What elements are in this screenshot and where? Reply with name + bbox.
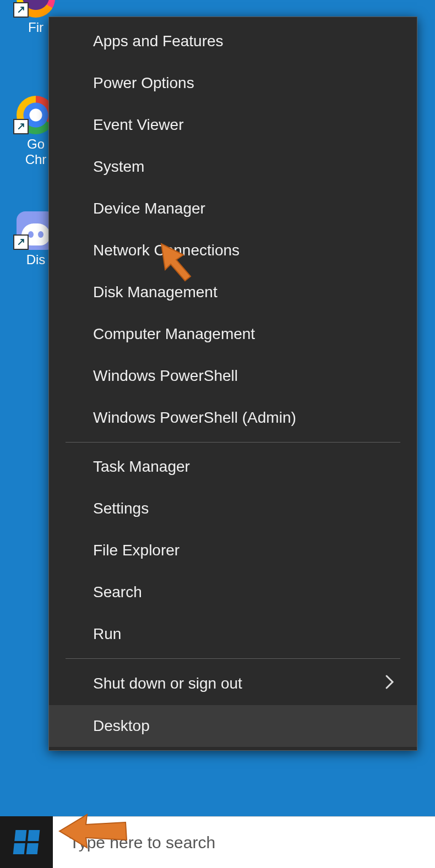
- desktop-icon-label: Dis: [26, 252, 46, 268]
- menu-item-label: Apps and Features: [93, 32, 224, 50]
- start-button[interactable]: [0, 816, 53, 868]
- menu-item-label: Windows PowerShell (Admin): [93, 409, 296, 427]
- menu-item-label: Windows PowerShell: [93, 367, 238, 385]
- menu-item-search[interactable]: Search: [49, 571, 417, 613]
- menu-item-label: Desktop: [93, 717, 150, 735]
- taskbar: Type here to search: [0, 816, 435, 868]
- desktop-background[interactable]: pc risk.com Fir Go Chr: [0, 0, 435, 868]
- menu-item-run[interactable]: Run: [49, 613, 417, 655]
- menu-item-label: Device Manager: [93, 200, 205, 217]
- menu-item-event-viewer[interactable]: Event Viewer: [49, 104, 417, 146]
- winx-context-menu: Apps and Features Power Options Event Vi…: [48, 17, 417, 751]
- menu-item-label: Settings: [93, 500, 149, 517]
- menu-item-desktop[interactable]: Desktop: [49, 705, 417, 747]
- menu-item-apps-and-features[interactable]: Apps and Features: [49, 20, 417, 62]
- firefox-icon: [17, 0, 55, 18]
- menu-item-label: Disk Management: [93, 283, 218, 301]
- menu-item-label: Event Viewer: [93, 116, 183, 134]
- taskbar-search-input[interactable]: Type here to search: [53, 816, 435, 868]
- menu-item-disk-management[interactable]: Disk Management: [49, 271, 417, 313]
- shortcut-arrow-icon: [13, 2, 29, 18]
- menu-separator: [66, 442, 400, 443]
- menu-item-label: Power Options: [93, 74, 194, 92]
- menu-item-settings[interactable]: Settings: [49, 488, 417, 529]
- menu-item-windows-powershell[interactable]: Windows PowerShell: [49, 355, 417, 397]
- menu-item-power-options[interactable]: Power Options: [49, 62, 417, 104]
- menu-item-label: Task Manager: [93, 458, 190, 476]
- desktop-icon-label: Fir: [28, 20, 44, 35]
- menu-item-label: Computer Management: [93, 325, 255, 343]
- menu-item-shutdown-signout[interactable]: Shut down or sign out: [49, 662, 417, 705]
- menu-item-system[interactable]: System: [49, 146, 417, 188]
- menu-separator: [66, 658, 400, 659]
- menu-item-label: System: [93, 158, 144, 176]
- shortcut-arrow-icon: [13, 119, 29, 134]
- shortcut-arrow-icon: [13, 234, 29, 250]
- menu-item-label: File Explorer: [93, 542, 180, 559]
- search-placeholder: Type here to search: [69, 833, 215, 852]
- menu-item-file-explorer[interactable]: File Explorer: [49, 529, 417, 571]
- menu-item-device-manager[interactable]: Device Manager: [49, 188, 417, 230]
- menu-item-label: Network Connections: [93, 242, 240, 259]
- menu-item-windows-powershell-admin[interactable]: Windows PowerShell (Admin): [49, 397, 417, 439]
- windows-logo-icon: [13, 830, 40, 854]
- chevron-right-icon: [385, 674, 395, 693]
- menu-item-label: Shut down or sign out: [93, 675, 242, 692]
- menu-item-label: Search: [93, 583, 142, 601]
- menu-item-label: Run: [93, 625, 121, 643]
- desktop-icon-label: Go Chr: [25, 137, 47, 167]
- menu-item-network-connections[interactable]: Network Connections: [49, 230, 417, 271]
- menu-item-computer-management[interactable]: Computer Management: [49, 313, 417, 355]
- menu-item-task-manager[interactable]: Task Manager: [49, 446, 417, 488]
